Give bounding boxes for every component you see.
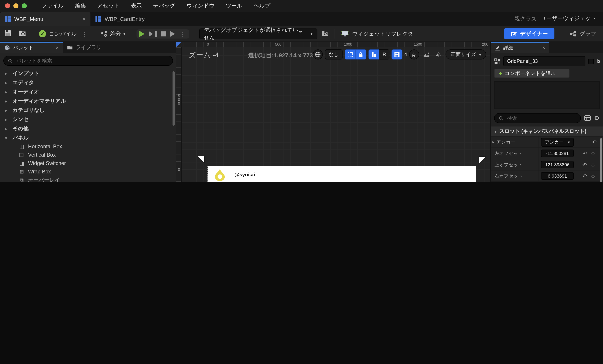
preview-background-button[interactable] [421,49,431,59]
diff-button[interactable]: 差分 ▾ [101,30,125,37]
expander-icon[interactable]: ▸ [5,108,9,112]
grid-snap-toggle[interactable] [392,49,403,59]
reset-anchor-icon[interactable]: ↶ [592,139,597,145]
expander-icon[interactable]: ▾ [5,136,9,140]
section-slot[interactable]: ▾ スロット (キャンバスパネルスロット) [491,127,603,137]
widget-reflector-button[interactable]: ウィジェットリフレクタ [341,30,413,37]
details-scrollbar[interactable] [600,138,602,182]
details-settings-icon[interactable]: ⚙ [594,114,600,122]
maximize-window-button[interactable] [22,3,27,8]
advance-button[interactable] [170,31,175,37]
tab-wbp-menu[interactable]: WBP_Menu × [0,12,91,26]
palette-item-overlay[interactable]: ⧉オーバーレイ [0,176,176,182]
parent-class-link[interactable]: ユーザーウィジェット [541,15,596,23]
designer-viewport[interactable]: 0 500 1000 1500 200 500 0 500 1000 ズーム -… [176,42,490,182]
expander-icon[interactable]: ▸ [5,99,9,103]
reset-to-default-icon[interactable]: ◇ [591,162,595,167]
is-variable-checkbox[interactable] [588,59,594,64]
close-tab-icon[interactable]: × [82,16,85,22]
debug-browse-button[interactable] [321,30,328,37]
offset-left-input[interactable]: -11.850281 [541,150,574,157]
category-label: その他 [12,125,28,132]
frame-skip-button[interactable] [149,31,156,37]
browse-to-asset-button[interactable] [19,30,27,38]
category-uncategorized[interactable]: ▸カテゴリなし [0,106,176,115]
corner-resize-handle[interactable] [479,157,486,163]
tab-details[interactable]: 詳細 × [491,42,549,53]
grid-snap-size[interactable]: 4 [404,51,407,57]
screen-size-dropdown[interactable]: 画面サイズ ▾ [446,49,486,59]
expander-icon[interactable]: ▸ [5,126,9,131]
save-button[interactable] [4,29,11,38]
anchor-dropdown[interactable]: アンカー▾ [541,138,574,146]
resize-handle[interactable] [204,182,208,182]
menu-tools[interactable]: ツール [226,2,242,10]
category-other[interactable]: ▸その他 [0,124,176,133]
expander-icon[interactable]: ▸ [5,117,9,122]
expander-icon[interactable]: ▸ [5,80,9,85]
palette-scrollbar[interactable] [173,71,175,126]
close-panel-icon[interactable]: × [56,45,59,51]
details-search[interactable] [494,113,580,123]
menu-window[interactable]: ウィンドウ [186,2,214,10]
cursor-tool-button[interactable] [409,49,419,59]
offset-right-row: 右オフセット 6.633691 ↶◇ [491,170,603,182]
flow-direction-button[interactable]: なし [325,49,343,59]
widget-design-surface[interactable]: @syui.ai 100 [208,166,476,182]
compile-options-icon[interactable]: ⋮ [81,30,89,37]
reset-to-default-icon[interactable]: ◇ [591,173,595,179]
tab-palette[interactable]: パレット × [0,42,63,53]
undo-icon[interactable]: ↶ [582,150,587,156]
undo-icon[interactable]: ↶ [582,162,587,168]
category-editor[interactable]: ▸エディタ [0,78,176,87]
menu-file[interactable]: ファイル [41,2,64,10]
stop-button[interactable] [161,31,166,36]
details-search-input[interactable] [506,115,576,121]
undo-icon[interactable]: ↶ [582,173,587,179]
palette-item-wrap-box[interactable]: ⊞Wrap Box [0,167,176,176]
corner-resize-handle[interactable] [198,156,204,163]
palette-search-input[interactable] [15,57,168,64]
expander-icon[interactable]: ▸ [5,89,9,94]
palette-item-widget-switcher[interactable]: ◨Widget Switcher [0,159,176,167]
graph-mode-button[interactable]: グラフ [569,30,596,37]
menu-asset[interactable]: アセット [97,2,119,10]
close-panel-icon[interactable]: × [542,45,545,51]
respect-locks-toggle[interactable] [369,49,380,59]
offset-right-input[interactable]: 6.633691 [541,172,574,180]
menu-edit[interactable]: 編集 [75,2,86,10]
compile-button[interactable]: ✓ コンパイル [39,30,77,37]
designer-mode-button[interactable]: デザイナー [504,28,555,39]
category-audio-material[interactable]: ▸オーディオマテリアル [0,96,176,106]
display-filter-icon[interactable] [584,115,591,121]
offset-top-input[interactable]: 121.393806 [541,161,574,168]
minimize-window-button[interactable] [13,3,18,8]
play-button[interactable] [139,30,144,37]
raw-edit-toggle[interactable]: R [380,49,390,59]
menu-debug[interactable]: デバッグ [153,2,175,10]
palette-search[interactable] [3,56,173,66]
add-component-button[interactable]: + コンポーネントを追加 [494,69,569,78]
category-audio[interactable]: ▸オーディオ [0,87,176,96]
tab-library[interactable]: ライブラリ [63,42,106,53]
menu-view[interactable]: 表示 [131,2,142,10]
tab-wbp-cardentry[interactable]: WBP_CardEntry [91,12,174,26]
category-synth[interactable]: ▸シンセ [0,115,176,124]
category-panel[interactable]: ▾パネル [0,133,176,142]
details-search-row: ⚙ [491,112,603,127]
localization-preview-button[interactable] [313,49,323,59]
flip-preview-button[interactable] [433,49,443,59]
marquee-select-toggle[interactable] [345,49,356,59]
expander-icon[interactable]: ▸ [5,71,9,76]
palette-item-horizontal-box[interactable]: ◫Horizontal Box [0,142,176,151]
reset-to-default-icon[interactable]: ◇ [591,151,595,156]
menu-help[interactable]: ヘルプ [254,2,270,10]
debug-object-dropdown[interactable]: デバッグオブジェクトが選択されていません ▾ [199,28,317,39]
category-input[interactable]: ▸インプット [0,69,176,78]
lock-widgets-toggle[interactable] [356,49,367,59]
close-window-button[interactable] [5,3,10,8]
widget-name-input[interactable] [503,56,585,66]
play-options-icon[interactable]: ⋮ [179,30,186,37]
palette-item-vertical-box[interactable]: ◫Vertical Box [0,151,176,159]
expander-icon[interactable]: ▸ [492,140,494,144]
